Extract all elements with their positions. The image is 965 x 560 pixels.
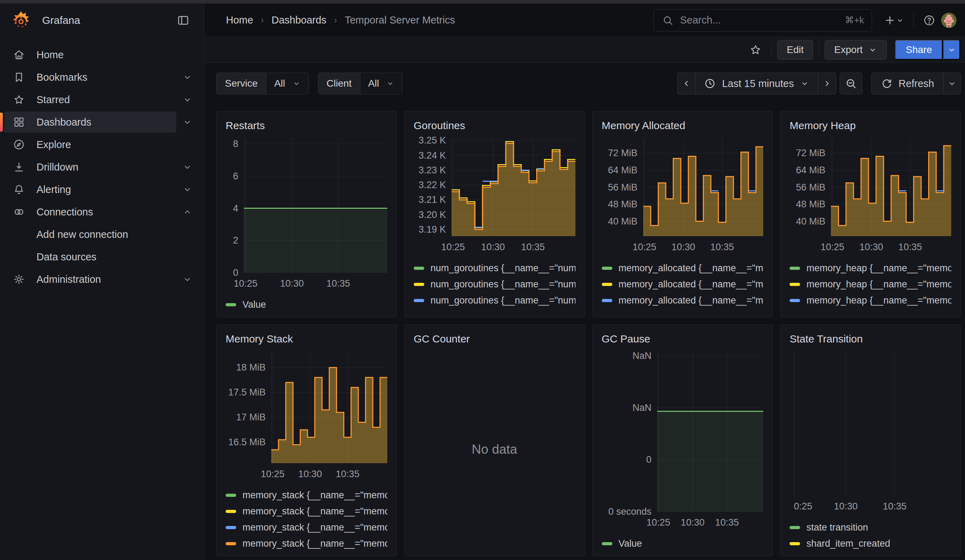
panel-title[interactable]: Memory Heap [790,119,951,132]
chevron-down-icon [292,79,301,88]
search-input[interactable]: Search... ⌘+k [654,9,872,31]
time-back-button[interactable] [677,73,695,95]
sidebar-item-data-sources[interactable]: Data sources [0,246,204,268]
sidebar-item-add-new-connection[interactable]: Add new connection [0,223,204,246]
panel-restarts: Restarts0246810:2510:3010:35Value [216,111,397,317]
legend-item[interactable]: num_goroutines {__name__="num_go [414,292,576,309]
plot-area[interactable] [643,138,764,236]
sidebar-item-connections[interactable]: Connections [0,201,204,223]
variable-value-dropdown[interactable]: All [360,73,402,94]
refresh-button[interactable]: Refresh [871,73,944,95]
legend-item[interactable]: memory_heap {__name__="memory_h [790,276,951,292]
share-options-button[interactable] [943,40,960,60]
plot-area[interactable] [271,351,388,463]
sidebar-toggle-button[interactable] [173,11,193,30]
y-axis-tick: 72 MiB [608,148,637,158]
legend-item[interactable]: memory_allocated {__name__="memc [602,309,764,313]
sidebar-item-drilldown[interactable]: Drilldown [0,156,204,178]
panel-row-2: Memory Stack16.5 MiB17 MiB17.5 MiB18 MiB… [216,325,961,556]
breadcrumb-dashboards[interactable]: Dashboards [272,15,326,26]
time-range-picker[interactable]: Last 15 minutes [695,73,818,95]
sidebar-item-home[interactable]: Home [0,44,204,66]
zoom-out-button[interactable] [840,73,862,95]
sidebar-item-label: Starred [36,94,182,106]
refresh-label: Refresh [898,78,934,90]
legend-item[interactable]: state transition [790,519,951,536]
legend-swatch [790,299,800,302]
panel-title[interactable]: Memory Allocated [602,119,764,132]
plot-area[interactable] [244,138,388,273]
panel-title[interactable]: GC Pause [602,333,764,345]
y-axis-tick: 3.23 K [419,165,446,175]
panel-title[interactable]: State Transition [790,333,951,345]
help-button[interactable] [919,11,939,30]
user-avatar[interactable] [941,13,957,28]
plus-icon [884,15,896,26]
legend-swatch [790,267,800,270]
legend-item[interactable]: memory_heap {__name__="memory_h [790,260,951,276]
panel-title[interactable]: Memory Stack [226,333,388,345]
legend-item[interactable]: memory_heap {__name__="memory_h [790,309,951,313]
legend-item[interactable]: Value [226,297,388,313]
y-axis-labels: 3.19 K3.20 K3.21 K3.22 K3.23 K3.24 K3.25… [414,138,451,236]
export-button[interactable]: Export [824,40,887,60]
add-new-button[interactable] [880,11,908,30]
y-axis-tick: 17 MiB [236,412,266,423]
legend-label: memory_allocated {__name__="memc [619,295,764,306]
plot-area[interactable] [451,138,576,236]
plot-area[interactable] [831,138,951,236]
legend-label: num_goroutines {__name__="num_go [430,263,576,274]
panel-title[interactable]: Restarts [226,119,388,132]
refresh-interval-button[interactable] [943,73,961,95]
y-axis-tick: 64 MiB [796,165,825,175]
edit-button[interactable]: Edit [777,40,813,60]
sidebar-item-dashboards[interactable]: Dashboards [0,111,204,133]
plot-area[interactable] [794,351,951,495]
y-axis-tick: 0 [646,454,651,465]
panel-memory-stack: Memory Stack16.5 MiB17 MiB17.5 MiB18 MiB… [216,325,397,556]
legend-item[interactable]: memory_allocated {__name__="memc [602,292,764,309]
panel-title[interactable]: Goroutines [414,119,576,132]
sidebar-item-bookmarks[interactable]: Bookmarks [0,66,204,88]
chevron-down-icon [868,45,877,54]
legend-item[interactable]: memory_stack {__name__="memory_s [226,519,388,536]
legend-label: memory_heap {__name__="memory_h [806,279,951,290]
variable-value: All [274,78,285,89]
legend-item[interactable]: memory_allocated {__name__="memc [602,276,764,292]
y-axis-tick: 3.25 K [419,135,446,146]
share-button[interactable]: Share [895,40,942,60]
legend-label: Value [619,538,642,549]
time-forward-button[interactable] [818,73,836,95]
plot-area[interactable] [657,351,764,511]
legend-swatch [226,510,236,513]
zoom-out-icon [845,77,857,90]
y-axis-tick: 16.5 MiB [228,437,266,448]
legend-item[interactable]: shard_item_created [790,536,951,552]
legend-item[interactable]: num_goroutines {__name__="num_go [414,260,576,276]
panel-chart: 0 seconds0NaNNaN10:2510:3010:35 [602,348,764,531]
legend-swatch [226,542,236,545]
cog-icon [13,273,25,286]
legend-item[interactable]: memory_heap {__name__="memory_h [790,292,951,309]
breadcrumb-current-page: Temporal Server Metrics [345,15,455,26]
chevron-down-icon [947,45,956,54]
panel-title[interactable]: GC Counter [414,333,576,345]
sidebar-item-starred[interactable]: Starred [0,88,204,111]
breadcrumb-home[interactable]: Home [226,15,253,26]
sidebar-item-label: Connections [36,206,182,218]
legend-item[interactable]: memory_allocated {__name__="memc [602,260,764,276]
legend-item[interactable]: memory_stack {__name__="memory_s [226,487,388,503]
legend-item[interactable]: memory_stack {__name__="memory_s [226,536,388,552]
variable-value-dropdown[interactable]: All [267,73,308,94]
legend-item[interactable]: Value [602,536,764,552]
drilldown-icon [13,161,25,173]
favorite-dashboard-button[interactable] [745,40,766,60]
legend-item[interactable]: num_goroutines {__name__="num_go [414,309,576,313]
legend-item[interactable]: num_goroutines {__name__="num_go [414,276,576,292]
legend-item[interactable]: memory_stack {__name__="memory_s [226,503,388,519]
compass-icon [13,138,25,151]
x-axis-tick: 10:30 [298,469,322,480]
sidebar-item-administration[interactable]: Administration [0,268,204,291]
sidebar-item-alerting[interactable]: Alerting [0,178,204,201]
sidebar-item-explore[interactable]: Explore [0,133,204,156]
